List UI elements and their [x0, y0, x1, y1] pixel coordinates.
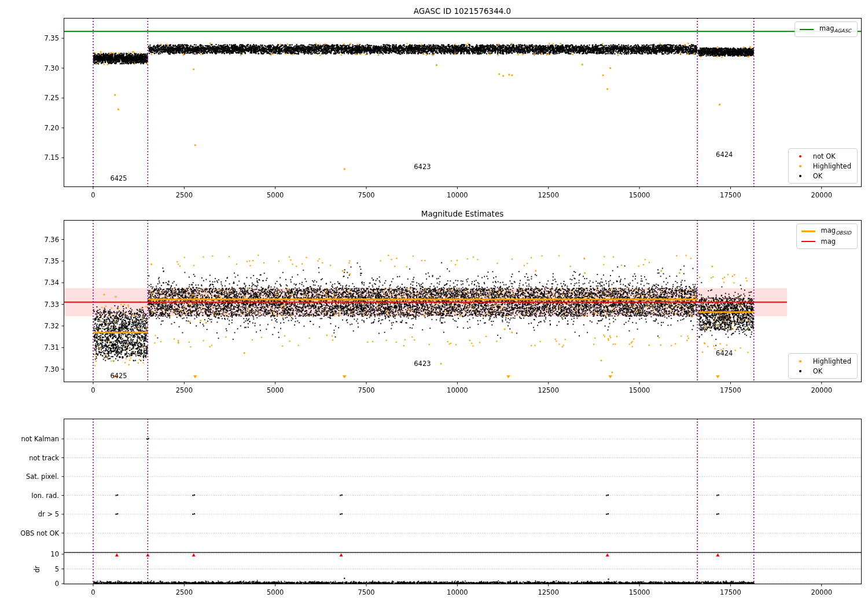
x-tick-label: 12500 — [538, 386, 559, 394]
dr-tick-label: 5 — [55, 565, 59, 573]
x-tick-label: 5000 — [267, 588, 284, 596]
y-tick-label: 7.31 — [44, 343, 59, 351]
x-tick-label: 10000 — [447, 386, 468, 394]
y-tick-label: 7.20 — [44, 124, 59, 132]
y-tick-label: 7.33 — [44, 301, 59, 309]
legend-label: magAGASC — [819, 24, 851, 34]
y-tick-label: 7.30 — [44, 365, 59, 373]
x-tick-label: 7500 — [358, 191, 374, 199]
legend-entry: magAGASC — [799, 24, 851, 34]
x-tick-label: 17500 — [720, 588, 741, 596]
legend-entry: Highlighted — [793, 161, 851, 171]
legend-label: not OK — [813, 152, 836, 160]
legend-entry: Highlighted — [793, 356, 851, 366]
flag-category-label: not Kalman — [21, 435, 59, 443]
legend-label: OK — [813, 367, 823, 375]
flag-category-label: dr > 5 — [38, 510, 59, 518]
x-tick-label: 15000 — [629, 386, 650, 394]
x-tick-label: 5000 — [267, 386, 284, 394]
legend-dot-swatch-icon — [793, 165, 808, 167]
x-tick-label: 12500 — [538, 191, 559, 199]
x-tick-label: 15000 — [629, 588, 650, 596]
x-tick-label: 0 — [91, 588, 95, 596]
flag-category-label: Sat. pixel. — [26, 473, 59, 481]
legend-line-swatch-icon — [801, 241, 816, 242]
legend-entry: mag — [801, 236, 851, 246]
x-tick-label: 20000 — [811, 191, 832, 199]
legend-dot-swatch-icon — [793, 155, 808, 158]
x-tick-label: 5000 — [267, 191, 284, 199]
obsid-label: 6423 — [414, 360, 431, 368]
legend-dot-swatch-icon — [793, 370, 808, 372]
plot1-title: AGASC ID 1021576344.0 — [414, 6, 511, 16]
y-tick-label: 7.32 — [44, 322, 59, 330]
x-tick-label: 20000 — [811, 588, 832, 596]
legend-mag-agasc: magAGASC — [795, 21, 858, 37]
dr-axis-label: dr — [33, 565, 41, 572]
legend-entry: not OK — [793, 151, 851, 161]
y-tick-label: 7.34 — [44, 279, 59, 287]
legend-label: mag — [821, 237, 836, 246]
legend-label: magOBSID — [821, 226, 851, 236]
flag-category-label: Ion. rad. — [31, 492, 59, 500]
dr-tick-label: 10 — [50, 550, 59, 558]
x-tick-label: 7500 — [358, 386, 374, 394]
obsid-label: 6424 — [716, 151, 733, 159]
x-tick-label: 12500 — [538, 588, 559, 596]
x-tick-label: 20000 — [811, 386, 832, 394]
dr-tick-label: 0 — [55, 580, 59, 588]
x-tick-label: 0 — [91, 386, 95, 394]
obsid-label: 6424 — [716, 349, 733, 357]
legend-label: OK — [813, 172, 823, 180]
flag-category-label: OBS not OK — [20, 529, 59, 537]
legend-entry: OK — [793, 366, 851, 376]
x-tick-label: 17500 — [720, 191, 741, 199]
x-tick-label: 2500 — [176, 588, 193, 596]
obsid-label: 6425 — [110, 174, 127, 182]
plot2-title: Magnitude Estimates — [421, 209, 503, 218]
y-tick-label: 7.30 — [44, 64, 59, 72]
legend-point-types: not OKHighlightedOK — [788, 148, 858, 184]
x-tick-label: 10000 — [447, 588, 468, 596]
y-tick-label: 7.35 — [44, 34, 59, 42]
legend-line-swatch-icon — [801, 230, 816, 232]
figure-canvas — [0, 0, 868, 608]
y-tick-label: 7.35 — [44, 257, 59, 265]
legend-entry: OK — [793, 171, 851, 181]
legend-point-types: HighlightedOK — [788, 353, 858, 379]
obsid-label: 6425 — [110, 372, 127, 380]
flag-category-label: not track — [29, 454, 59, 462]
agasc-magnitude-figure: AGASC ID 1021576344.0 Magnitude Estimate… — [0, 0, 868, 608]
legend-mag-lines: magOBSIDmag — [796, 224, 858, 249]
x-tick-label: 17500 — [720, 386, 741, 394]
legend-dot-swatch-icon — [793, 360, 808, 362]
x-tick-label: 0 — [91, 191, 95, 199]
legend-line-swatch-icon — [799, 29, 814, 30]
x-tick-label: 15000 — [629, 191, 650, 199]
y-tick-label: 7.36 — [44, 236, 59, 244]
x-tick-label: 2500 — [176, 191, 193, 199]
legend-label: Highlighted — [813, 357, 851, 365]
legend-dot-swatch-icon — [793, 175, 808, 177]
legend-entry: magOBSID — [801, 226, 851, 236]
legend-label: Highlighted — [813, 162, 851, 170]
obsid-label: 6423 — [414, 163, 431, 171]
y-tick-label: 7.15 — [44, 153, 59, 162]
x-tick-label: 7500 — [358, 588, 374, 596]
x-tick-label: 10000 — [447, 191, 468, 199]
y-tick-label: 7.25 — [44, 94, 59, 102]
x-tick-label: 2500 — [176, 386, 193, 394]
